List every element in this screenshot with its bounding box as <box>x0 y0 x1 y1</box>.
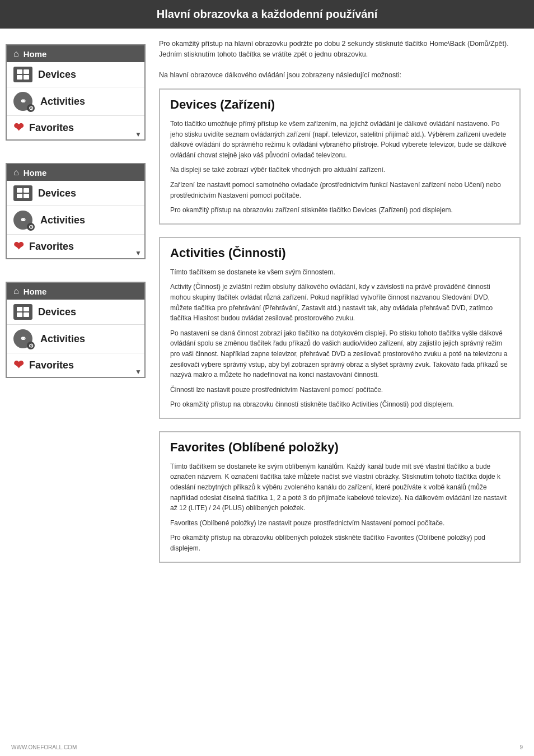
page-header: Hlavní obrazovka a každodenní používání <box>0 0 534 29</box>
footer-website: WWW.ONEFORALL.COM <box>11 744 77 750</box>
page-footer: WWW.ONEFORALL.COM 9 <box>0 744 534 750</box>
favorites-icon-3: ❤ <box>13 358 24 372</box>
devices-item-1[interactable]: Devices <box>7 62 144 87</box>
devices-icon-2 <box>13 185 32 201</box>
favorites-item-3[interactable]: ❤ Favorites <box>7 353 144 377</box>
footer-page-number: 9 <box>519 744 523 750</box>
devices-icon-1 <box>13 67 32 82</box>
nav-panel-3: ⌂ Home Devices ⚭ ⚙ Activities ❤ <box>6 282 146 378</box>
home-row-2: ⌂ Home <box>7 164 144 181</box>
sidebar: ⌂ Home Devices ⚭ ⚙ Activities ❤ <box>0 39 146 575</box>
devices-icon-3 <box>13 304 32 320</box>
activities-section-body: Tímto tlačítkem se dostanete ke všem svý… <box>170 267 509 410</box>
home-label-2: Home <box>24 168 47 178</box>
favorites-section-body: Tímto tlačítkem se dostanete ke svým obl… <box>170 461 509 554</box>
activities-item-1[interactable]: ⚭ ⚙ Activities <box>7 87 144 116</box>
activities-icon-3: ⚭ ⚙ <box>13 329 32 348</box>
favorites-icon-1: ❤ <box>13 120 24 135</box>
activities-icon-2: ⚭ ⚙ <box>13 211 32 230</box>
activities-section: Activities (Činnosti) Tímto tlačítkem se… <box>159 237 521 419</box>
main-content: Pro okamžitý přístup na hlavní obrazovku… <box>146 39 534 575</box>
home-icon-2: ⌂ <box>13 167 19 178</box>
devices-section-title: Devices (Zařízení) <box>170 97 509 112</box>
activities-icon-1: ⚭ ⚙ <box>13 92 32 111</box>
favorites-section: Favorites (Oblíbené položky) Tímto tlačí… <box>159 431 521 563</box>
devices-item-2[interactable]: Devices <box>7 181 144 206</box>
intro-text: Pro okamžitý přístup na hlavní obrazovku… <box>159 39 521 81</box>
devices-section-body: Toto tlačítko umožňuje přímý přístup ke … <box>170 119 509 216</box>
activities-item-2[interactable]: ⚭ ⚙ Activities <box>7 206 144 235</box>
scroll-arrow-3: ▼ <box>135 368 142 376</box>
favorites-item-1[interactable]: ❤ Favorites <box>7 116 144 139</box>
home-icon-1: ⌂ <box>13 49 19 59</box>
home-label-1: Home <box>24 49 47 59</box>
favorites-section-title: Favorites (Oblíbené položky) <box>170 440 509 455</box>
home-row-3: ⌂ Home <box>7 283 144 300</box>
favorites-icon-2: ❤ <box>13 239 24 254</box>
scroll-arrow-1: ▼ <box>135 130 142 138</box>
devices-section: Devices (Zařízení) Toto tlačítko umožňuj… <box>159 88 521 225</box>
favorites-item-2[interactable]: ❤ Favorites <box>7 235 144 258</box>
activities-section-title: Activities (Činnosti) <box>170 246 509 260</box>
scroll-arrow-2: ▼ <box>135 249 142 257</box>
home-row-1: ⌂ Home <box>7 45 144 62</box>
home-label-3: Home <box>24 287 47 296</box>
nav-panel-2: ⌂ Home Devices ⚭ ⚙ Activities ❤ <box>6 163 146 259</box>
activities-item-3[interactable]: ⚭ ⚙ Activities <box>7 325 144 353</box>
home-icon-3: ⌂ <box>13 286 19 296</box>
nav-panel-1: ⌂ Home Devices ⚭ ⚙ Activities ❤ <box>6 44 146 141</box>
devices-item-3[interactable]: Devices <box>7 300 144 325</box>
